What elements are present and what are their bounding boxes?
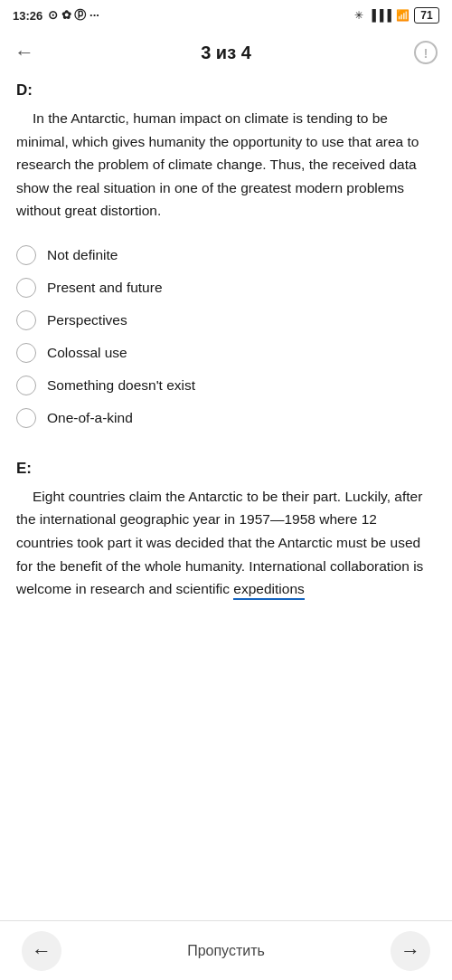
status-icons: ⊙ ✿ ⓟ ··· [48, 7, 99, 24]
bottom-bar: ← Пропустить → [0, 920, 452, 980]
status-left: 13:26 ⊙ ✿ ⓟ ··· [13, 7, 99, 24]
page-title: 3 из 4 [201, 43, 251, 63]
bottom-next-button[interactable]: → [391, 931, 430, 971]
radio-something-doesnt-exist[interactable] [16, 376, 36, 395]
next-arrow-icon: → [400, 939, 420, 963]
section-e-text: Eight countries claim the Antarctic to b… [16, 489, 423, 600]
section-e-label: E: [16, 460, 436, 478]
section-e-last-word: expeditions [233, 581, 304, 600]
nav-bar: ← 3 из 4 ! [0, 29, 452, 76]
option-item-1[interactable]: Not definite [16, 239, 436, 271]
main-content: D: In the Antarctic, human impact on cli… [0, 76, 452, 601]
radio-present-future[interactable] [16, 278, 36, 298]
options-list: Not definite Present and future Perspect… [16, 239, 436, 434]
option-label-6: One-of-a-kind [47, 410, 133, 426]
wifi-icon: 📶 [396, 9, 410, 22]
bottom-back-button[interactable]: ← [22, 931, 61, 971]
section-d-label: D: [16, 81, 436, 100]
battery-icon: 71 [414, 7, 439, 24]
info-button[interactable]: ! [414, 41, 438, 64]
skip-button[interactable]: Пропустить [187, 943, 265, 959]
section-e: E: Eight countries claim the Antarctic t… [16, 460, 436, 601]
option-item-5[interactable]: Something doesn't exist [16, 369, 436, 402]
back-button[interactable]: ← [14, 43, 34, 62]
radio-colossal-use[interactable] [16, 343, 36, 363]
time: 13:26 [13, 9, 42, 23]
option-label-1: Not definite [47, 247, 118, 263]
option-item-6[interactable]: One-of-a-kind [16, 402, 436, 434]
section-e-passage: Eight countries claim the Antarctic to b… [16, 485, 436, 601]
option-item-2[interactable]: Present and future [16, 271, 436, 304]
option-label-3: Perspectives [47, 312, 127, 328]
option-item-4[interactable]: Colossal use [16, 337, 436, 369]
radio-one-of-a-kind[interactable] [16, 408, 36, 428]
back-arrow-icon: ← [32, 939, 52, 963]
radio-perspectives[interactable] [16, 310, 36, 330]
status-right: ✳ ▐▐▐ 📶 71 [354, 7, 439, 24]
option-item-3[interactable]: Perspectives [16, 304, 436, 337]
signal-icon: ▐▐▐ [368, 9, 391, 22]
option-label-5: Something doesn't exist [47, 377, 195, 394]
status-bar: 13:26 ⊙ ✿ ⓟ ··· ✳ ▐▐▐ 📶 71 [0, 0, 452, 29]
radio-not-definite[interactable] [16, 245, 36, 265]
section-d-passage: In the Antarctic, human impact on climat… [16, 107, 436, 223]
option-label-4: Colossal use [47, 345, 127, 361]
option-label-2: Present and future [47, 280, 163, 296]
bluetooth-icon: ✳ [354, 9, 363, 22]
